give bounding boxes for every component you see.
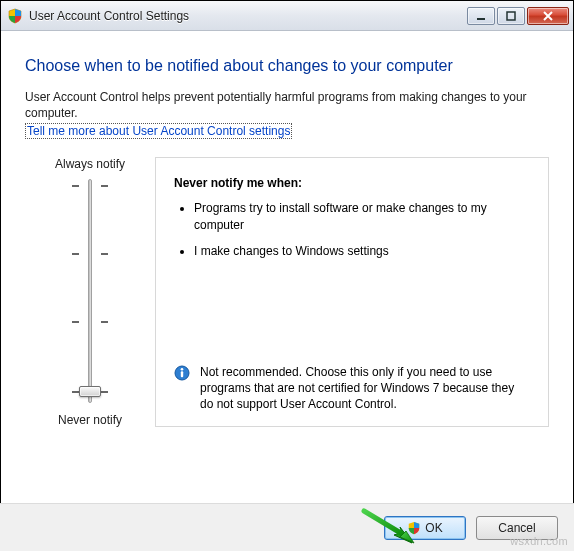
window-buttons xyxy=(467,7,569,25)
ok-button-label: OK xyxy=(425,521,442,535)
slider-thumb[interactable] xyxy=(79,386,101,397)
learn-more-link[interactable]: Tell me more about User Account Control … xyxy=(25,123,292,139)
info-icon xyxy=(174,365,190,381)
svg-rect-0 xyxy=(477,18,485,20)
titlebar: User Account Control Settings xyxy=(1,1,573,31)
slider-label-top: Always notify xyxy=(55,157,125,171)
window-title: User Account Control Settings xyxy=(29,9,467,23)
cancel-button-label: Cancel xyxy=(498,521,535,535)
slider-track xyxy=(88,179,92,403)
slider-tick xyxy=(72,391,79,393)
panel-bullet-list: Programs try to install software or make… xyxy=(194,200,530,269)
slider-tick xyxy=(101,321,108,323)
slider-tick xyxy=(101,185,108,187)
slider-tick xyxy=(101,253,108,255)
panel-bullet: Programs try to install software or make… xyxy=(194,200,530,232)
content-area: Choose when to be notified about changes… xyxy=(1,31,573,427)
shield-icon xyxy=(407,521,421,535)
shield-icon xyxy=(7,8,23,24)
cancel-button[interactable]: Cancel xyxy=(476,516,558,540)
recommendation-text: Not recommended. Choose this only if you… xyxy=(200,364,530,413)
recommendation-row: Not recommended. Choose this only if you… xyxy=(174,364,530,413)
minimize-button[interactable] xyxy=(467,7,495,25)
page-heading: Choose when to be notified about changes… xyxy=(25,57,549,75)
slider-tick xyxy=(72,253,79,255)
settings-row: Always notify Never notify Never notify … xyxy=(25,157,549,427)
slider-label-bottom: Never notify xyxy=(58,413,122,427)
intro-text: User Account Control helps prevent poten… xyxy=(25,89,549,121)
svg-rect-4 xyxy=(181,371,183,377)
slider-column: Always notify Never notify xyxy=(25,157,155,427)
ok-button[interactable]: OK xyxy=(384,516,466,540)
notification-slider[interactable] xyxy=(60,179,120,403)
svg-rect-1 xyxy=(507,12,515,20)
slider-tick xyxy=(101,391,108,393)
svg-point-3 xyxy=(181,368,184,371)
slider-tick xyxy=(72,321,79,323)
notification-panel: Never notify me when: Programs try to in… xyxy=(155,157,549,427)
maximize-button[interactable] xyxy=(497,7,525,25)
button-bar: OK Cancel xyxy=(0,503,574,551)
panel-title: Never notify me when: xyxy=(174,176,530,190)
close-button[interactable] xyxy=(527,7,569,25)
slider-tick xyxy=(72,185,79,187)
panel-bullet: I make changes to Windows settings xyxy=(194,243,530,259)
